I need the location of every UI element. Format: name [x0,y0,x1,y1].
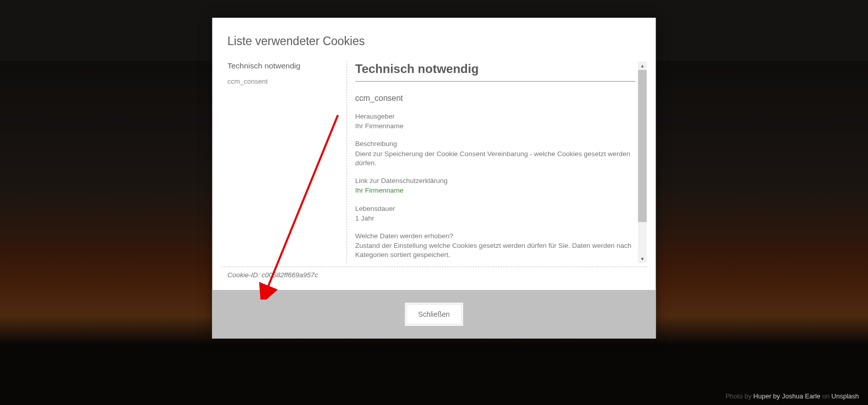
credit-prefix: Photo by [726,392,753,400]
cookie-sidebar: Technisch notwendig ccm_consent [222,61,347,263]
field-description: Beschreibung Dient zur Speicherung der C… [355,139,636,168]
modal-footer-bar: Schließen [212,290,656,339]
scroll-thumb[interactable] [638,70,647,222]
sidebar-cookie-item[interactable]: ccm_consent [228,78,341,85]
scroll-up-arrow-icon[interactable]: ▲ [638,61,647,70]
credit-source-link[interactable]: Unsplash [831,392,859,400]
credit-on: on [822,392,831,400]
field-publisher: Herausgeber Ihr Firmenname [355,112,636,131]
field-lifetime-label: Lebensdauer [355,204,636,213]
cookie-detail-panel: Technisch notwendig ccm_consent Herausge… [347,61,647,263]
field-description-label: Beschreibung [355,139,636,149]
field-lifetime-value: 1 Jahr [355,214,636,223]
privacy-link[interactable]: Ihr Firmenname [355,187,404,194]
cookie-list-modal: Liste verwendeter Cookies Technisch notw… [212,18,656,339]
credit-author-link[interactable]: Huper by Joshua Earle [753,392,820,400]
cookie-id-value: c00582ff669a957c [262,271,318,279]
modal-body: Technisch notwendig ccm_consent Technisc… [212,52,656,264]
field-collected-value: Zustand der Einstellung welche Cookies g… [355,241,636,260]
field-description-value: Dient zur Speicherung der Cookie Consent… [355,150,636,168]
scroll-down-arrow-icon[interactable]: ▼ [638,254,647,263]
field-privacy-link: Link zur Datenschutzerklärung Ihr Firmen… [355,176,636,195]
cookie-id-label: Cookie-ID: [228,271,262,279]
field-collected-label: Welche Daten werden erhoben? [355,232,636,241]
detail-scrollbar[interactable]: ▲ ▼ [638,61,647,263]
field-publisher-value: Ihr Firmenname [355,122,636,131]
detail-scroll-area[interactable]: Technisch notwendig ccm_consent Herausge… [355,61,647,263]
close-button[interactable]: Schließen [407,304,461,324]
field-publisher-label: Herausgeber [355,112,636,121]
detail-cookie-name: ccm_consent [355,94,636,103]
sidebar-category-title: Technisch notwendig [228,61,341,70]
field-privacy-link-label: Link zur Datenschutzerklärung [355,176,636,186]
photo-credit: Photo by Huper by Joshua Earle on Unspla… [726,392,859,400]
cookie-id-footer: Cookie-ID: c00582ff669a957c [222,267,647,290]
field-collected: Welche Daten werden erhoben? Zustand der… [355,232,636,260]
field-lifetime: Lebensdauer 1 Jahr [355,204,636,223]
detail-category-title: Technisch notwendig [355,62,636,82]
modal-title: Liste verwendeter Cookies [212,18,656,52]
